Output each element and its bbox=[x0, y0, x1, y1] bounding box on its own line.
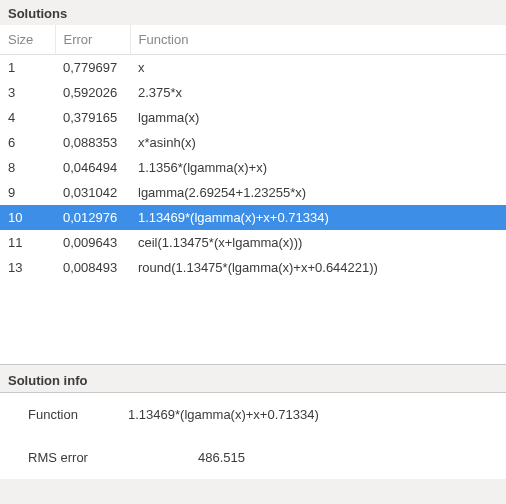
cell-size: 1 bbox=[0, 55, 55, 81]
cell-size: 8 bbox=[0, 155, 55, 180]
solutions-table-wrap: Size Error Function 10,779697x30,5920262… bbox=[0, 25, 506, 365]
table-row[interactable]: 80,0464941.1356*(lgamma(x)+x) bbox=[0, 155, 506, 180]
table-row[interactable]: 110,009643ceil(1.13475*(x+lgamma(x))) bbox=[0, 230, 506, 255]
info-function-value: 1.13469*(lgamma(x)+x+0.71334) bbox=[128, 407, 498, 422]
table-row[interactable]: 60,088353x*asinh(x) bbox=[0, 130, 506, 155]
cell-error: 0,008493 bbox=[55, 255, 130, 280]
cell-func: 1.13469*(lgamma(x)+x+0.71334) bbox=[130, 205, 506, 230]
cell-size: 4 bbox=[0, 105, 55, 130]
cell-func: lgamma(x) bbox=[130, 105, 506, 130]
info-rms-label: RMS error bbox=[8, 450, 128, 465]
cell-error: 0,088353 bbox=[55, 130, 130, 155]
info-function-label: Function bbox=[8, 407, 128, 422]
cell-func: ceil(1.13475*(x+lgamma(x))) bbox=[130, 230, 506, 255]
cell-size: 11 bbox=[0, 230, 55, 255]
cell-func: x bbox=[130, 55, 506, 81]
solution-info-section: Solution info Function 1.13469*(lgamma(x… bbox=[0, 365, 506, 479]
table-row[interactable]: 10,779697x bbox=[0, 55, 506, 81]
cell-func: x*asinh(x) bbox=[130, 130, 506, 155]
cell-error: 0,379165 bbox=[55, 105, 130, 130]
cell-size: 6 bbox=[0, 130, 55, 155]
cell-error: 0,592026 bbox=[55, 80, 130, 105]
cell-func: 1.1356*(lgamma(x)+x) bbox=[130, 155, 506, 180]
header-error[interactable]: Error bbox=[55, 25, 130, 55]
cell-size: 9 bbox=[0, 180, 55, 205]
cell-func: lgamma(2.69254+1.23255*x) bbox=[130, 180, 506, 205]
table-row[interactable]: 30,5920262.375*x bbox=[0, 80, 506, 105]
cell-func: 2.375*x bbox=[130, 80, 506, 105]
cell-func: round(1.13475*(lgamma(x)+x+0.644221)) bbox=[130, 255, 506, 280]
cell-size: 3 bbox=[0, 80, 55, 105]
cell-error: 0,031042 bbox=[55, 180, 130, 205]
table-row[interactable]: 90,031042lgamma(2.69254+1.23255*x) bbox=[0, 180, 506, 205]
cell-error: 0,009643 bbox=[55, 230, 130, 255]
solutions-title: Solutions bbox=[0, 0, 506, 25]
solutions-table[interactable]: Size Error Function 10,779697x30,5920262… bbox=[0, 25, 506, 280]
table-row[interactable]: 130,008493round(1.13475*(lgamma(x)+x+0.6… bbox=[0, 255, 506, 280]
header-size[interactable]: Size bbox=[0, 25, 55, 55]
cell-error: 0,012976 bbox=[55, 205, 130, 230]
cell-size: 10 bbox=[0, 205, 55, 230]
cell-error: 0,046494 bbox=[55, 155, 130, 180]
info-row-function: Function 1.13469*(lgamma(x)+x+0.71334) bbox=[0, 393, 506, 436]
cell-size: 13 bbox=[0, 255, 55, 280]
solution-info-body: Function 1.13469*(lgamma(x)+x+0.71334) R… bbox=[0, 393, 506, 479]
solution-info-title: Solution info bbox=[0, 365, 506, 393]
header-function[interactable]: Function bbox=[130, 25, 506, 55]
table-row[interactable]: 100,0129761.13469*(lgamma(x)+x+0.71334) bbox=[0, 205, 506, 230]
cell-error: 0,779697 bbox=[55, 55, 130, 81]
info-row-rms: RMS error 486.515 bbox=[0, 436, 506, 479]
table-row[interactable]: 40,379165lgamma(x) bbox=[0, 105, 506, 130]
info-rms-value: 486.515 bbox=[128, 450, 498, 465]
